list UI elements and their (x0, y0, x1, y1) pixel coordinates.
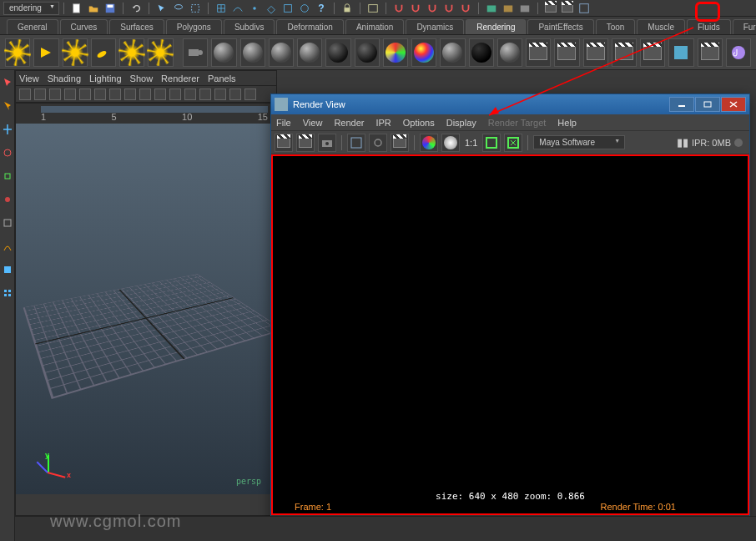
workspace-dropdown[interactable]: endering (3, 2, 59, 15)
material-7-icon[interactable] (440, 38, 465, 67)
render-frame-icon[interactable] (484, 1, 499, 16)
show-batch-icon[interactable] (577, 1, 592, 16)
vp-icon-2[interactable] (34, 88, 46, 100)
magnet-5-icon[interactable] (458, 1, 473, 16)
maximize-button[interactable] (695, 97, 720, 112)
rotate-tool-icon[interactable] (1, 144, 14, 162)
tab-fur[interactable]: Fur (733, 19, 756, 34)
vp-icon-3[interactable] (49, 88, 61, 100)
material-4-icon[interactable] (297, 38, 322, 67)
rv-menu-view[interactable]: View (303, 118, 323, 128)
vp-icon-8[interactable] (124, 88, 136, 100)
music-icon[interactable] (726, 38, 751, 67)
material-2-icon[interactable] (240, 38, 265, 67)
tab-rendering[interactable]: Rendering (466, 19, 526, 34)
vp-icon-12[interactable] (184, 88, 196, 100)
rv-menu-file[interactable]: File (276, 118, 291, 128)
vp-menu-renderer[interactable]: Renderer (161, 73, 199, 83)
tab-fluids[interactable]: Fluids (687, 19, 731, 34)
snap-point-icon[interactable] (247, 1, 262, 16)
render-5-icon[interactable] (640, 38, 665, 67)
viewport-3d[interactable]: y x persp (16, 103, 276, 494)
material-8-icon[interactable] (469, 38, 494, 67)
ipr-render-icon[interactable] (501, 1, 516, 16)
lasso-icon[interactable] (171, 1, 186, 16)
render-view-icon[interactable] (543, 1, 558, 16)
material-3-icon[interactable] (269, 38, 294, 67)
rv-menu-display[interactable]: Display (446, 118, 476, 128)
tab-painteffects[interactable]: PaintEffects (527, 19, 593, 34)
tab-surfaces[interactable]: Surfaces (109, 19, 164, 34)
vp-icon-14[interactable] (214, 88, 226, 100)
close-button[interactable] (721, 97, 746, 112)
material-9-icon[interactable] (497, 38, 522, 67)
vp-icon-7[interactable] (109, 88, 121, 100)
directional-light-icon[interactable] (5, 38, 30, 67)
rv-alpha-icon[interactable] (441, 134, 460, 152)
render-1-icon[interactable] (526, 38, 551, 67)
ramp-shader-icon[interactable] (383, 38, 408, 67)
magnet-2-icon[interactable] (408, 1, 423, 16)
timeline[interactable]: 1 5 10 15 (16, 103, 276, 124)
vp-menu-lighting[interactable]: Lighting (89, 73, 122, 83)
paint-select-icon[interactable] (188, 1, 203, 16)
open-icon[interactable] (86, 1, 101, 16)
vp-menu-shading[interactable]: Shading (48, 73, 81, 83)
vp-icon-11[interactable] (169, 88, 181, 100)
vp-menu-view[interactable]: View (19, 73, 39, 83)
tab-toon[interactable]: Toon (596, 19, 636, 34)
render-canvas[interactable]: size: 640 x 480 zoom: 0.866 Frame: 1 Ren… (271, 154, 749, 515)
render-4-icon[interactable] (612, 38, 637, 67)
volume-light-icon[interactable] (119, 38, 144, 67)
undo-icon[interactable] (129, 1, 144, 16)
save-icon[interactable] (103, 1, 118, 16)
render-titlebar[interactable]: Render View (271, 94, 749, 114)
vp-icon-16[interactable] (244, 88, 256, 100)
batch-render-icon[interactable] (560, 1, 575, 16)
scale-tool-icon[interactable] (1, 167, 14, 185)
render-6-icon[interactable] (698, 38, 723, 67)
single-perspective-icon[interactable] (1, 260, 14, 279)
tab-curves[interactable]: Curves (60, 19, 108, 34)
four-view-icon[interactable] (1, 284, 14, 302)
last-tool-icon[interactable] (1, 237, 14, 255)
rv-rgb-icon[interactable] (420, 134, 438, 152)
vp-icon-5[interactable] (79, 88, 91, 100)
magnet-3-icon[interactable] (425, 1, 440, 16)
render-2-icon[interactable] (554, 38, 579, 67)
tab-subdivs[interactable]: Subdivs (224, 19, 275, 34)
vp-icon-10[interactable] (154, 88, 166, 100)
show-manip-tool-icon[interactable] (1, 214, 14, 232)
tab-deformation[interactable]: Deformation (276, 19, 343, 34)
lasso-tool-icon[interactable] (1, 97, 14, 115)
vp-icon-9[interactable] (139, 88, 151, 100)
rv-redo-render-icon[interactable] (275, 134, 293, 152)
material-6-icon[interactable] (355, 38, 380, 67)
vp-icon-6[interactable] (94, 88, 106, 100)
select-icon[interactable] (154, 1, 169, 16)
magnet-4-icon[interactable] (441, 1, 456, 16)
snap-curve-icon[interactable] (230, 1, 245, 16)
snap-grid-icon[interactable] (214, 1, 229, 16)
ambient-light-icon[interactable] (148, 38, 173, 67)
rv-menu-help[interactable]: Help (557, 118, 577, 128)
camera-icon[interactable] (183, 38, 208, 67)
lock-icon[interactable] (340, 1, 355, 16)
construction-history-icon[interactable] (365, 1, 381, 16)
rv-render-settings-icon[interactable] (391, 134, 409, 152)
spot-light-icon[interactable] (33, 38, 58, 67)
vp-icon-1[interactable] (19, 88, 31, 100)
render-3-icon[interactable] (583, 38, 608, 67)
vp-icon-13[interactable] (199, 88, 211, 100)
render-settings-icon[interactable] (517, 1, 532, 16)
vp-menu-panels[interactable]: Panels (208, 73, 236, 83)
snap-live-icon[interactable] (297, 1, 312, 16)
tab-animation[interactable]: Animation (345, 19, 404, 34)
snap-plane-icon[interactable] (264, 1, 279, 16)
vp-menu-show[interactable]: Show (130, 73, 154, 83)
magnet-1-icon[interactable] (391, 1, 406, 16)
vp-icon-15[interactable] (229, 88, 241, 100)
area-light-icon[interactable] (91, 38, 116, 67)
select-tool-icon[interactable] (1, 73, 14, 92)
rv-remove-image-icon[interactable] (504, 134, 522, 152)
